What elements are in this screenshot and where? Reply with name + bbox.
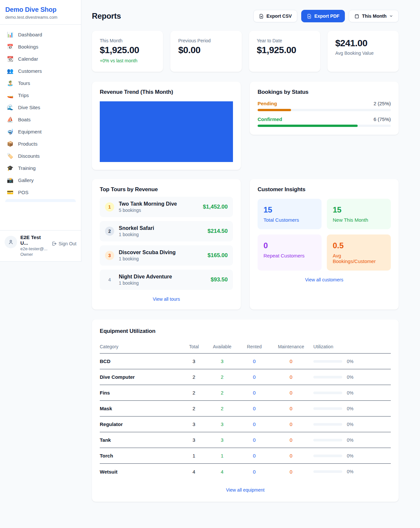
equipment-maintenance: 0 bbox=[270, 358, 312, 364]
equipment-category: Dive Computer bbox=[100, 374, 182, 380]
equipment-rented: 0 bbox=[239, 453, 270, 458]
equipment-rented: 0 bbox=[239, 437, 270, 443]
equipment-rented: 0 bbox=[239, 374, 270, 380]
status-count-confirmed: 6 (75%) bbox=[373, 116, 391, 122]
sidebar-item-tours[interactable]: 🏝️ Tours bbox=[3, 77, 78, 89]
equipment-maintenance: 0 bbox=[270, 390, 312, 396]
nav-item-selected-partial[interactable] bbox=[5, 199, 76, 202]
table-row: Fins 2 2 0 0 0% bbox=[100, 385, 391, 401]
tile-value: 15 bbox=[263, 205, 316, 214]
sidebar-item-boats[interactable]: ⛵ Boats bbox=[3, 113, 78, 126]
sign-out-button[interactable]: Sign Out bbox=[52, 241, 76, 246]
table-row: BCD 3 3 0 0 0% bbox=[100, 354, 391, 369]
chevron-down-icon bbox=[389, 14, 393, 18]
equipment-category: Fins bbox=[100, 390, 182, 396]
equipment-rented: 0 bbox=[239, 406, 270, 411]
table-row: Tank 3 3 0 0 0% bbox=[100, 432, 391, 448]
tile-repeat-customers: 0 Repeat Customers bbox=[258, 234, 322, 271]
equipment-category: BCD bbox=[100, 358, 182, 364]
equipment-rented: 0 bbox=[239, 469, 270, 475]
sidebar-item-pos[interactable]: 💳 POS bbox=[3, 186, 78, 198]
sidebar-item-dive-sites[interactable]: 🌊 Dive Sites bbox=[3, 101, 78, 113]
equipment-total: 2 bbox=[182, 390, 206, 396]
diving-mask-icon: 🤿 bbox=[7, 129, 14, 134]
equipment-rented: 0 bbox=[239, 358, 270, 364]
view-all-equipment-link[interactable]: View all equipment bbox=[100, 487, 391, 493]
file-download-icon bbox=[307, 14, 312, 19]
col-header-total: Total bbox=[182, 344, 206, 349]
equipment-utilization-cell: 0% bbox=[312, 422, 391, 427]
charts-row: Revenue Trend (This Month) Bookings by S… bbox=[92, 82, 399, 170]
graduation-cap-icon: 🎓 bbox=[7, 166, 14, 171]
calendar-outline-icon bbox=[354, 14, 359, 19]
equipment-category: Torch bbox=[100, 453, 182, 458]
equipment-utilization-title: Equipment Utilization bbox=[100, 328, 391, 335]
tile-value: 0.5 bbox=[333, 241, 385, 250]
col-header-utilization: Utilization bbox=[312, 344, 391, 349]
tile-label: Avg Bookings/Customer bbox=[333, 253, 385, 264]
equipment-utilization-card: Equipment Utilization Category Total Ava… bbox=[92, 319, 399, 502]
sidebar-item-gallery[interactable]: 📸 Gallery bbox=[3, 174, 78, 186]
sidebar-item-equipment[interactable]: 🤿 Equipment bbox=[3, 126, 78, 138]
view-all-tours-link[interactable]: View all tours bbox=[100, 296, 233, 302]
stat-label: This Month bbox=[100, 38, 155, 43]
top-tours-card: Top Tours by Revenue 1 Two Tank Morning … bbox=[92, 179, 241, 310]
equipment-total: 3 bbox=[182, 358, 206, 364]
utilization-bar bbox=[313, 439, 342, 441]
sidebar-item-discounts[interactable]: 🏷️ Discounts bbox=[3, 150, 78, 162]
equipment-utilization-cell: 0% bbox=[312, 359, 391, 364]
equipment-available: 2 bbox=[206, 374, 239, 380]
status-count-pending: 2 (25%) bbox=[373, 101, 391, 106]
sidebar-item-dashboard[interactable]: 📊 Dashboard bbox=[3, 29, 78, 41]
tour-revenue: $165.00 bbox=[208, 252, 228, 259]
sidebar-item-label: Bookings bbox=[18, 44, 38, 50]
export-csv-label: Export CSV bbox=[266, 13, 292, 19]
equipment-total: 2 bbox=[182, 374, 206, 380]
equipment-total: 4 bbox=[182, 469, 206, 475]
equipment-utilization-cell: 0% bbox=[312, 406, 391, 411]
page-header: Reports Export CSV Export bbox=[92, 10, 399, 22]
speedboat-icon: 🚤 bbox=[7, 93, 14, 98]
equipment-total: 1 bbox=[182, 453, 206, 458]
stat-label: Previous Period bbox=[178, 38, 234, 43]
user-role: Owner bbox=[20, 252, 48, 257]
tours-insights-row: Top Tours by Revenue 1 Two Tank Morning … bbox=[92, 179, 399, 310]
equipment-category: Wetsuit bbox=[100, 469, 182, 475]
shop-domain: demo.test.divestreams.com bbox=[5, 15, 76, 20]
tour-name: Night Dive Adventure bbox=[119, 274, 206, 280]
sidebar-item-training[interactable]: 🎓 Training bbox=[3, 162, 78, 174]
status-progress-fill bbox=[258, 109, 291, 111]
tour-name: Two Tank Morning Dive bbox=[119, 201, 198, 207]
status-progress-track bbox=[258, 125, 391, 127]
table-row: Regulator 3 3 0 0 0% bbox=[100, 416, 391, 432]
sidebar-item-calendar[interactable]: 📆 Calendar bbox=[3, 53, 78, 65]
sidebar-item-label: Calendar bbox=[18, 56, 38, 62]
equipment-category: Tank bbox=[100, 437, 182, 443]
utilization-percent: 0% bbox=[347, 469, 353, 474]
user-name: E2E Test U... bbox=[20, 234, 48, 246]
export-pdf-button[interactable]: Export PDF bbox=[301, 10, 345, 22]
customer-insights-card: Customer Insights 15 Total Customers 15 … bbox=[250, 179, 399, 310]
tile-total-customers: 15 Total Customers bbox=[258, 199, 322, 229]
equipment-utilization-cell: 0% bbox=[312, 437, 391, 443]
sidebar-item-bookings[interactable]: 📅 Bookings bbox=[3, 41, 78, 53]
period-select[interactable]: This Month bbox=[349, 10, 399, 22]
equipment-available: 3 bbox=[206, 437, 239, 443]
header-actions: Export CSV Export PDF bbox=[253, 10, 399, 22]
avatar bbox=[5, 236, 17, 248]
view-all-customers-link[interactable]: View all customers bbox=[258, 277, 391, 282]
equipment-maintenance: 0 bbox=[270, 374, 312, 380]
sidebar-item-trips[interactable]: 🚤 Trips bbox=[3, 89, 78, 101]
tour-row[interactable]: 3 Discover Scuba Diving 1 booking $165.0… bbox=[100, 245, 233, 266]
export-csv-button[interactable]: Export CSV bbox=[253, 10, 297, 22]
equipment-total: 2 bbox=[182, 406, 206, 411]
tour-row[interactable]: 4 Night Dive Adventure 1 booking $93.50 bbox=[100, 270, 233, 290]
equipment-category: Regulator bbox=[100, 421, 182, 427]
tour-row[interactable]: 1 Two Tank Morning Dive 5 bookings $1,45… bbox=[100, 197, 233, 217]
sidebar-item-products[interactable]: 📦 Products bbox=[3, 138, 78, 150]
sidebar-item-customers[interactable]: 👥 Customers bbox=[3, 65, 78, 77]
tour-bookings: 1 booking bbox=[119, 232, 203, 237]
stat-value: $0.00 bbox=[178, 45, 234, 55]
tour-row[interactable]: 2 Snorkel Safari 1 booking $214.50 bbox=[100, 221, 233, 241]
stat-label: Year to Date bbox=[257, 38, 312, 43]
